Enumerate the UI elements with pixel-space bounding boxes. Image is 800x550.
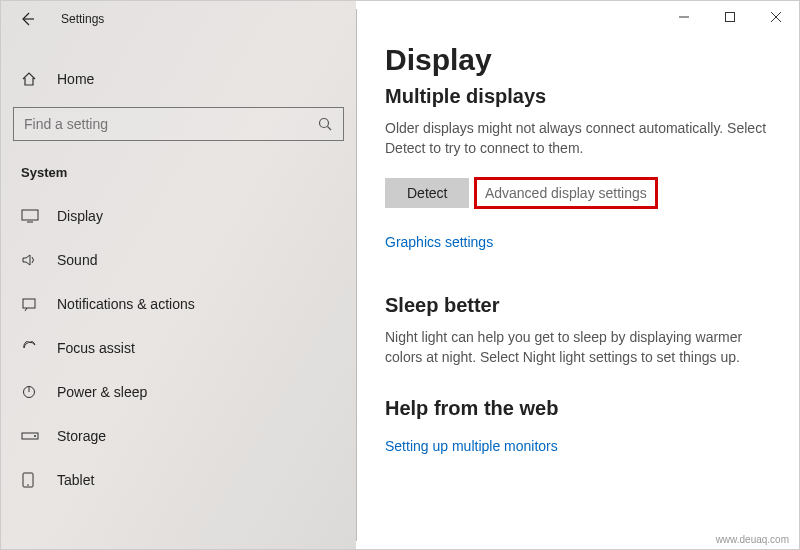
svg-rect-2 — [22, 210, 38, 220]
section-label: System — [1, 151, 356, 186]
titlebar: Settings — [1, 1, 356, 37]
svg-point-10 — [27, 484, 29, 486]
nav-label: Storage — [57, 428, 106, 444]
svg-point-0 — [320, 119, 329, 128]
nav-label: Focus assist — [57, 340, 135, 356]
svg-rect-4 — [23, 299, 35, 308]
nav-label: Tablet — [57, 472, 94, 488]
advanced-display-link[interactable]: Advanced display settings — [485, 185, 647, 201]
nav-label: Sound — [57, 252, 97, 268]
back-button[interactable] — [17, 9, 37, 29]
help-link[interactable]: Setting up multiple monitors — [385, 438, 558, 454]
home-nav[interactable]: Home — [1, 61, 356, 97]
sleep-text: Night light can help you get to sleep by… — [385, 327, 771, 368]
nav-label: Notifications & actions — [57, 296, 195, 312]
focus-icon — [21, 341, 39, 355]
notifications-icon — [21, 297, 39, 311]
advanced-display-link-highlight: Advanced display settings — [474, 177, 658, 209]
detect-button[interactable]: Detect — [385, 178, 469, 208]
multidisplay-text: Older displays might not always connect … — [385, 118, 771, 159]
display-icon — [21, 209, 39, 223]
arrow-left-icon — [19, 11, 35, 27]
nav-item-sound[interactable]: Sound — [1, 238, 356, 282]
nav-label: Display — [57, 208, 103, 224]
nav-item-power[interactable]: Power & sleep — [1, 370, 356, 414]
power-icon — [21, 384, 39, 400]
section-help: Help from the web — [385, 397, 771, 420]
content-panel: Display Multiple displays Older displays… — [357, 1, 799, 549]
nav-item-display[interactable]: Display — [1, 194, 356, 238]
sidebar: Settings Home System Display Sound Notif… — [1, 1, 356, 549]
search-icon — [317, 116, 333, 132]
sound-icon — [21, 253, 39, 267]
watermark: www.deuaq.com — [716, 534, 789, 545]
app-title: Settings — [61, 12, 104, 26]
graphics-settings-link[interactable]: Graphics settings — [385, 234, 493, 250]
home-label: Home — [57, 71, 94, 87]
tablet-icon — [21, 472, 39, 488]
page-title: Display — [385, 43, 771, 77]
nav-item-storage[interactable]: Storage — [1, 414, 356, 458]
search-box[interactable] — [13, 107, 344, 141]
nav-item-focus[interactable]: Focus assist — [1, 326, 356, 370]
section-multiple-displays: Multiple displays — [385, 85, 771, 108]
nav-item-tablet[interactable]: Tablet — [1, 458, 356, 502]
nav-list: Display Sound Notifications & actions Fo… — [1, 194, 356, 502]
section-sleep-better: Sleep better — [385, 294, 771, 317]
svg-point-8 — [34, 435, 36, 437]
nav-label: Power & sleep — [57, 384, 147, 400]
home-icon — [21, 71, 39, 87]
search-input[interactable] — [24, 116, 317, 132]
svg-line-1 — [328, 127, 332, 131]
storage-icon — [21, 430, 39, 442]
nav-item-notifications[interactable]: Notifications & actions — [1, 282, 356, 326]
